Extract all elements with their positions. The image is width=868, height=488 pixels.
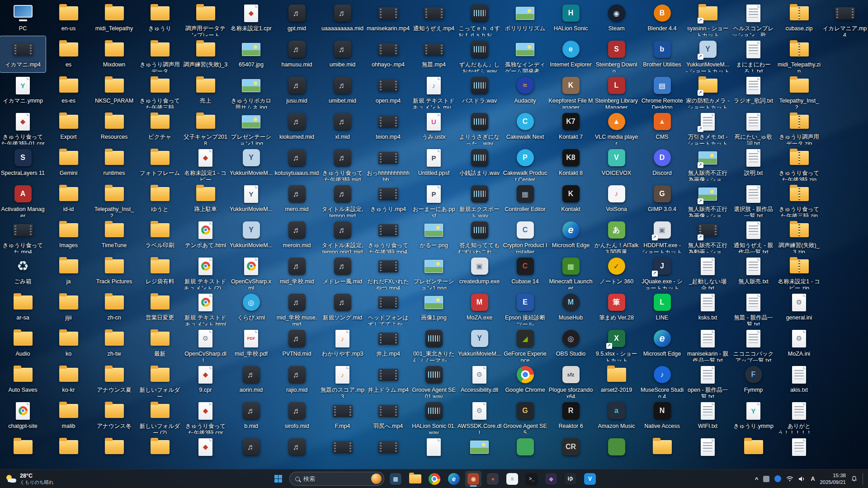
desktop-icon[interactable]: id-id — [46, 181, 91, 217]
desktop-icon[interactable]: jijii — [46, 289, 91, 325]
microsoft-edge[interactable]: e — [446, 471, 462, 487]
desktop-icon[interactable]: X↗9.5.xlsx - ショートカット — [594, 325, 639, 361]
desktop-icon[interactable]: きゅうり調声用データ.zip — [776, 108, 822, 145]
desktop-icon[interactable]: EEpson 接続診断ツール — [502, 289, 548, 325]
desktop-icon[interactable]: ♬kotusytuaaus.mid — [274, 145, 320, 181]
desktop-icon[interactable]: ♪VoiSona — [594, 181, 639, 217]
desktop-icon[interactable]: ↗無人販売不正行為画像 - ショートカット — [685, 145, 731, 181]
desktop-icon[interactable]: NKSC_PARAM — [91, 72, 137, 108]
desktop-icon[interactable]: こってｅｈ ｄすおｆｄｓｂお.wav — [457, 0, 502, 36]
desktop-icon[interactable]: ko-kr — [46, 361, 91, 398]
desktop-icon[interactable]: ◆きゅうり食ってた午後3時.cpr — [183, 398, 228, 434]
desktop-icon[interactable] — [457, 434, 502, 469]
desktop-icon[interactable]: 通知うぜえ.mp4 — [411, 0, 457, 36]
desktop-icon[interactable]: アナウンス夏 — [91, 361, 137, 398]
pinned-app-monitor[interactable]: ▦ — [387, 471, 404, 487]
desktop-icon[interactable]: ♬umibe.mid — [320, 36, 365, 72]
desktop-icon[interactable]: YYukkuriMovieM... — [228, 181, 274, 217]
desktop-icon[interactable]: きゅうり食ってた.mp4 — [0, 217, 46, 253]
desktop-icon[interactable]: ♬メドレー風.mid — [320, 253, 365, 289]
desktop-icon[interactable]: GGIMP 3.0.4 — [639, 181, 685, 217]
desktop-icon[interactable] — [0, 434, 46, 469]
desktop-icon[interactable]: ゆうと — [137, 181, 183, 217]
desktop-icon[interactable]: 新規 テキストドキュメント.html — [183, 289, 228, 325]
desktop-icon[interactable]: 説明.txt — [731, 145, 776, 181]
desktop-icon[interactable]: RReaktor 6 — [548, 398, 594, 434]
desktop-icon[interactable]: 孤独なインディゲーム開発者の一生... — [502, 36, 548, 72]
desktop-icon[interactable]: chatgpt-site — [0, 398, 46, 434]
desktop-icon[interactable]: 新規エクスポート.wav — [457, 181, 502, 217]
desktop-icon[interactable]: ⚙OpenCvSharp.dll... — [183, 325, 228, 361]
desktop-icon[interactable]: YYukkuriMovieM... — [228, 217, 274, 253]
desktop-icon[interactable]: ko — [46, 325, 91, 361]
desktop-icon[interactable]: 新規 テキストドキュメント (2).html — [183, 253, 228, 289]
desktop-icon[interactable]: ピクチャ — [137, 108, 183, 145]
desktop-icon[interactable]: ♪わかりやす.mp3 — [320, 325, 365, 361]
desktop-icon[interactable]: ♬mid_学校.mid — [274, 253, 320, 289]
desktop-icon[interactable]: ⚙MoZA.ini — [776, 325, 822, 361]
wifi-icon[interactable] — [786, 476, 793, 482]
desktop-icon[interactable]: ▤Chrome Remote Desktop — [639, 72, 685, 108]
desktop-icon[interactable]: Google Chrome — [502, 361, 548, 398]
desktop-icon[interactable]: VVOICEVOX — [594, 145, 639, 181]
desktop-icon[interactable]: 調声用データテンプレート — [183, 0, 228, 36]
desktop-icon[interactable]: ◆名称未設定1 - コピー — [183, 145, 228, 181]
desktop-icon[interactable]: aAmazon Music — [594, 398, 639, 434]
desktop-icon[interactable]: 画像1.png — [411, 289, 457, 325]
desktop-icon[interactable]: Yきゅうり.ymmp — [731, 398, 776, 434]
desktop-icon[interactable]: LLINE — [639, 289, 685, 325]
desktop-icon[interactable]: OpenCvSharp.xml — [228, 253, 274, 289]
desktop-icon[interactable]: Uうみ.ustx — [411, 108, 457, 145]
desktop-icon[interactable]: きゅうり食ってた午後3時.mp4 — [365, 217, 411, 253]
desktop-icon[interactable]: ♬タイトル未設定, tempo.orig1.mid — [320, 217, 365, 253]
desktop-icon[interactable]: CCrypton Product Installer — [502, 217, 548, 253]
desktop-icon[interactable]: ✓ノートン 360 — [594, 253, 639, 289]
desktop-icon[interactable]: ♬sirofo.mid — [274, 398, 320, 434]
desktop-icon[interactable]: runtimes — [91, 145, 137, 181]
desktop-icon[interactable]: airset2-2019 — [594, 361, 639, 398]
desktop-icon[interactable]: Track Pictures — [91, 253, 137, 289]
desktop-icon[interactable]: NNative Access — [639, 398, 685, 434]
desktop-icon[interactable]: SSpectraLayers 11 — [0, 145, 46, 181]
desktop-icon[interactable] — [731, 434, 776, 469]
desktop-icon[interactable]: 筆筆まめ Ver.28 — [594, 289, 639, 325]
desktop-icon[interactable]: eMicrosoft Edge — [548, 217, 594, 253]
desktop-icon[interactable]: 売上 — [183, 72, 228, 108]
desktop-icon[interactable]: en-us — [46, 0, 91, 36]
desktop-icon[interactable]: ▣createdump.exe — [457, 253, 502, 289]
desktop-icon[interactable]: ♬きゅうり食ってた午後3時.mid — [320, 145, 365, 181]
desktop-icon[interactable]: ♬b.mid — [228, 398, 274, 434]
desktop-icon[interactable]: ♬新規ソング.mid — [320, 289, 365, 325]
desktop-icon[interactable]: ずんだもん」しおかぜふ.wav — [457, 36, 502, 72]
desktop-icon[interactable]: かるー.png — [411, 217, 457, 253]
desktop-icon[interactable]: LSteinberg Library Manager — [594, 72, 639, 108]
desktop-icon[interactable]: ◆きゅうり食ってた午後3時-01.cpr — [0, 108, 46, 145]
desktop-icon[interactable]: sfzPlogue sforzando x64 — [548, 361, 594, 398]
desktop-icon[interactable]: アナウンス冬 — [91, 398, 137, 434]
desktop-icon[interactable]: ヘルスコンプレッション＿歌詞.txt — [731, 0, 776, 36]
desktop-icon[interactable]: きゅうり.mp4 — [365, 181, 411, 217]
desktop-icon[interactable]: _起動しない場合.txt — [685, 253, 731, 289]
desktop-icon[interactable]: ♬gpt.mid — [274, 0, 320, 36]
desktop-icon[interactable]: ▲CMS — [639, 108, 685, 145]
desktop-icon[interactable] — [320, 434, 365, 469]
desktop-icon[interactable]: ありがとう！！！！！！.txt — [776, 398, 822, 434]
desktop-icon[interactable]: レジ袋有料 — [137, 253, 183, 289]
desktop-icon[interactable]: CCakewalk Next — [502, 108, 548, 145]
terminal[interactable]: >_ — [524, 471, 540, 487]
desktop-icon[interactable]: ♬hamusu.mid — [274, 36, 320, 72]
desktop-icon[interactable]: teion.mp4 — [365, 108, 411, 145]
desktop-icon[interactable]: 名称未設定1 - コピー.zip — [776, 253, 822, 289]
desktop-icon[interactable]: フォトフレーム — [137, 145, 183, 181]
notepad[interactable]: ≡ — [504, 471, 520, 487]
clock[interactable]: 15:38 2025/09/21 — [820, 472, 846, 486]
desktop-icon[interactable]: YYukkuriMovieM... — [228, 145, 274, 181]
ymm-app[interactable]: ゆ — [562, 471, 579, 487]
desktop-icon[interactable]: 小銭詰まり.wav — [457, 145, 502, 181]
search-input[interactable] — [303, 475, 368, 482]
desktop-icon[interactable]: Images — [46, 217, 91, 253]
desktop-icon[interactable]: 65407.jpg — [228, 36, 274, 72]
desktop-icon[interactable]: ヘッドフォンはずしててよかった.mp4 — [365, 289, 411, 325]
desktop-icon[interactable]: きゅうり食ってた午後三時 — [137, 72, 183, 108]
desktop-icon[interactable] — [411, 434, 457, 469]
